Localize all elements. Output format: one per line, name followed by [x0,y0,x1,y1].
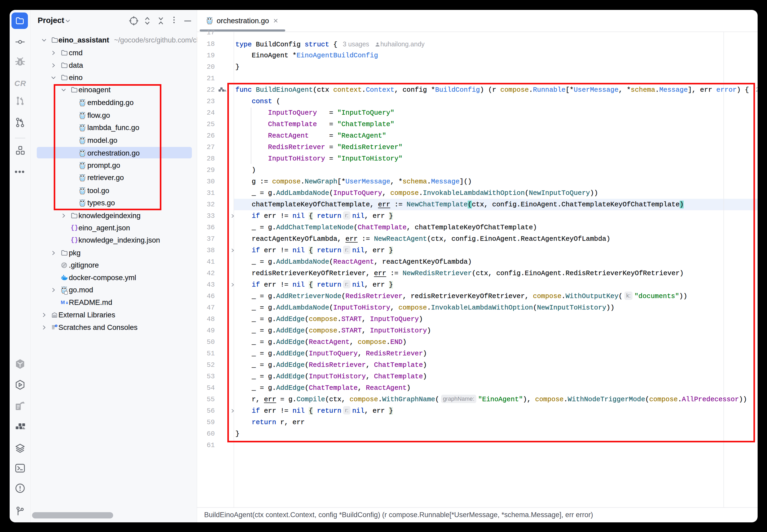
svg-text:M: M [61,300,65,305]
